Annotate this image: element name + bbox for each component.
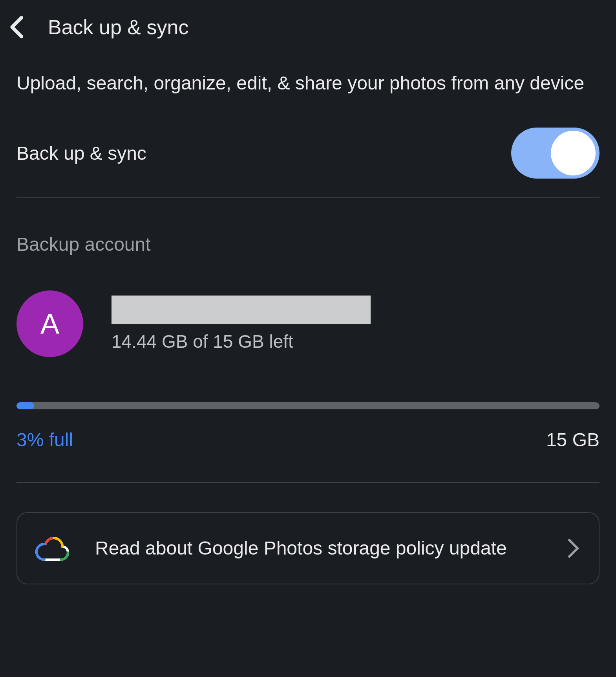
backup-account-section-label: Backup account	[16, 198, 600, 290]
account-row[interactable]: A 14.44 GB of 15 GB left	[16, 290, 600, 369]
backup-sync-toggle-row[interactable]: Back up & sync	[16, 120, 600, 197]
storage-total-label: 15 GB	[546, 429, 600, 451]
avatar: A	[16, 290, 83, 357]
policy-card-text: Read about Google Photos storage policy …	[95, 535, 541, 562]
page-description: Upload, search, organize, edit, & share …	[16, 54, 600, 120]
storage-progress-fill	[16, 402, 34, 409]
storage-percent-label: 3% full	[16, 429, 73, 451]
divider	[16, 197, 600, 198]
storage-remaining-text: 14.44 GB of 15 GB left	[112, 331, 371, 352]
toggle-knob	[551, 131, 596, 175]
policy-update-card[interactable]: Read about Google Photos storage policy …	[16, 512, 600, 584]
page-title: Back up & sync	[48, 15, 188, 39]
divider	[16, 482, 600, 483]
backup-sync-toggle-label: Back up & sync	[16, 142, 146, 164]
account-email-redacted	[112, 296, 371, 324]
back-icon[interactable]	[8, 15, 24, 39]
cloud-icon	[35, 535, 69, 562]
backup-sync-toggle[interactable]	[511, 128, 600, 179]
storage-progress-bar	[16, 402, 600, 409]
chevron-right-icon	[567, 537, 581, 559]
